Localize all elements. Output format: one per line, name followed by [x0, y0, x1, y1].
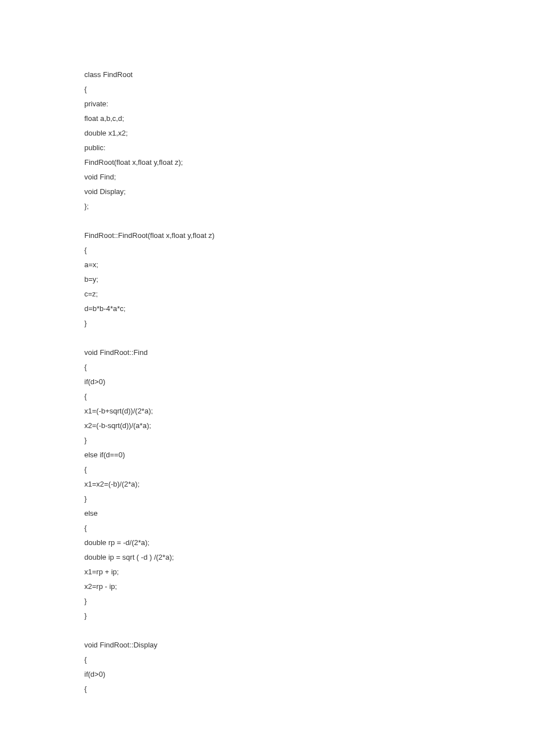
code-line: float a,b,c,d;: [84, 111, 450, 126]
code-line: void FindRoot::Find: [84, 345, 450, 360]
code-line: {: [84, 682, 450, 696]
code-line: }: [84, 609, 450, 623]
blank-line: [84, 623, 450, 638]
code-line: {: [84, 389, 450, 404]
blank-line: [84, 331, 450, 345]
code-line: double ip = sqrt ( -d ) /(2*a);: [84, 550, 450, 565]
code-line: {: [84, 521, 450, 536]
code-line: x1=x2=(-b)/(2*a);: [84, 477, 450, 492]
code-line: x2=rp - ip;: [84, 579, 450, 594]
code-line: {: [84, 243, 450, 258]
code-line: if(d>0): [84, 375, 450, 389]
code-line: d=b*b-4*a*c;: [84, 302, 450, 316]
blank-line: [84, 214, 450, 228]
code-line: }: [84, 594, 450, 609]
code-line: FindRoot(float x,float y,float z);: [84, 155, 450, 170]
code-line: class FindRoot: [84, 68, 450, 82]
code-line: if(d>0): [84, 667, 450, 682]
code-line: }: [84, 316, 450, 331]
code-line: {: [84, 652, 450, 667]
code-line: x1=rp + ip;: [84, 565, 450, 579]
code-line: double rp = -d/(2*a);: [84, 536, 450, 550]
code-line: }: [84, 433, 450, 448]
code-line: else if(d==0): [84, 448, 450, 462]
code-line: c=z;: [84, 287, 450, 302]
code-line: FindRoot::FindRoot(float x,float y,float…: [84, 228, 450, 243]
code-line: double x1,x2;: [84, 126, 450, 141]
code-line: x1=(-b+sqrt(d))/(2*a);: [84, 404, 450, 418]
code-line: {: [84, 462, 450, 477]
code-line: };: [84, 199, 450, 214]
code-line: void Display;: [84, 184, 450, 199]
document-page: class FindRoot { private: float a,b,c,d;…: [0, 0, 534, 756]
code-line: public:: [84, 141, 450, 155]
code-line: {: [84, 360, 450, 375]
code-line: void FindRoot::Display: [84, 638, 450, 652]
code-line: x2=(-b-sqrt(d))/(a*a);: [84, 418, 450, 433]
code-line: b=y;: [84, 272, 450, 287]
code-line: }: [84, 492, 450, 506]
code-line: else: [84, 506, 450, 521]
code-line: private:: [84, 97, 450, 111]
code-line: a=x;: [84, 258, 450, 272]
code-line: void Find;: [84, 170, 450, 184]
code-line: {: [84, 82, 450, 97]
